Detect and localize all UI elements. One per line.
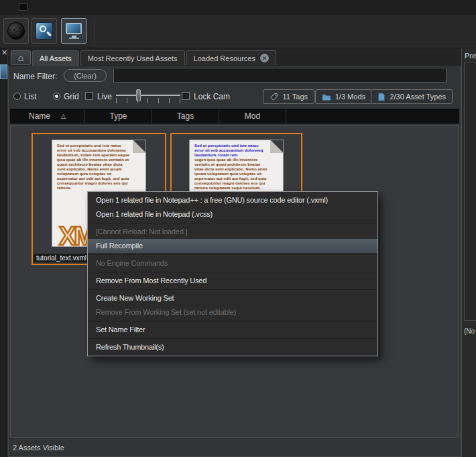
page-fold-icon bbox=[270, 140, 284, 153]
column-header-name[interactable]: Name △ bbox=[10, 109, 85, 123]
tab-bar: All Assets Most Recently Used Assets Loa… bbox=[32, 50, 276, 66]
lock-cam-checkbox[interactable] bbox=[182, 92, 190, 100]
column-header-type[interactable]: Type bbox=[85, 109, 152, 123]
status-bar: 2 Assets Visible bbox=[13, 444, 64, 452]
tag-icon bbox=[270, 93, 278, 101]
thumbnail-text: Sed et porspiciatis und iste natus error… bbox=[57, 144, 130, 191]
sort-ascending-icon: △ bbox=[61, 113, 66, 119]
toolbar-separator bbox=[94, 19, 95, 42]
menu-item-remove-from-mru[interactable]: Remove From Most Recently Used bbox=[88, 274, 377, 288]
thumbnail-body: sagen ipsa quae ab illo inventore verita… bbox=[194, 158, 267, 190]
live-checkbox[interactable] bbox=[85, 92, 93, 100]
menu-item-open-notepadpp[interactable]: Open 1 related file in Notepad++ : a fre… bbox=[88, 193, 377, 207]
close-tab-icon[interactable]: ✕ bbox=[260, 54, 269, 62]
column-header-tags[interactable]: Tags bbox=[152, 109, 219, 123]
context-menu: Open 1 related file in Notepad++ : a fre… bbox=[87, 191, 378, 356]
tab-label: Loaded Resources bbox=[194, 54, 255, 62]
asset-table-header: Name △ Type Tags Mod bbox=[10, 109, 459, 123]
slider-ticks bbox=[116, 98, 180, 103]
menu-separator bbox=[88, 223, 377, 223]
column-label: Tags bbox=[177, 111, 194, 121]
side-tab-icon[interactable] bbox=[0, 64, 7, 79]
preview-panel-title: Prev bbox=[465, 52, 476, 60]
tags-filter-button[interactable]: 11 Tags bbox=[263, 89, 314, 104]
preview-panel: Prev (No bbox=[461, 48, 476, 457]
asset-ball-button[interactable] bbox=[3, 18, 29, 44]
menu-separator bbox=[88, 254, 377, 255]
ball-icon bbox=[7, 22, 25, 40]
page-fold-icon bbox=[133, 140, 146, 153]
menu-item-remove-from-working-set: Remove From Working Set (set not editabl… bbox=[88, 305, 377, 319]
folder-icon bbox=[322, 93, 331, 101]
clear-filter-button[interactable]: (Clear) bbox=[64, 69, 107, 82]
file-icon bbox=[377, 93, 385, 101]
column-label: Name bbox=[29, 111, 50, 121]
grid-radio[interactable] bbox=[53, 93, 60, 100]
lock-cam-checkbox-label: Lock Cam bbox=[194, 92, 230, 101]
menu-item-cannot-reload: [Cannot Reload: Not loaded.] bbox=[88, 225, 377, 239]
menu-separator bbox=[88, 338, 377, 339]
tab-label: Most Recently Used Assets bbox=[88, 54, 178, 62]
asset-types-button-label: 2/30 Asset Types bbox=[390, 93, 446, 101]
thumbnail-heading: Sed ut perspiciatis und iste natus error… bbox=[194, 144, 267, 158]
list-radio-label: List bbox=[24, 92, 37, 101]
name-filter-label: Name Filter: bbox=[13, 72, 57, 81]
column-label: Mod bbox=[245, 111, 260, 121]
tab-most-recently-used[interactable]: Most Recently Used Assets bbox=[80, 50, 185, 65]
live-checkbox-label: Live bbox=[97, 92, 112, 101]
asset-types-filter-button[interactable]: 2/30 Asset Types bbox=[371, 89, 453, 104]
slider-track bbox=[116, 95, 180, 96]
monitor-icon bbox=[66, 23, 82, 34]
monitor-base bbox=[69, 38, 79, 39]
menu-item-full-recompile[interactable]: Full Recompile bbox=[88, 239, 377, 253]
window-icon bbox=[19, 3, 27, 11]
home-icon: ⌂ bbox=[18, 52, 23, 63]
tools-button[interactable] bbox=[32, 18, 57, 44]
titlebar bbox=[0, 0, 476, 15]
name-filter-input[interactable] bbox=[113, 68, 447, 83]
menu-item-create-working-set[interactable]: Create New Working Set bbox=[88, 291, 377, 305]
console-button[interactable] bbox=[61, 18, 86, 44]
menu-item-no-engine-commands: No Engine Commands bbox=[88, 256, 377, 270]
menu-separator bbox=[88, 289, 377, 290]
magnifier-icon bbox=[36, 22, 53, 40]
preview-empty-label: (No bbox=[464, 327, 475, 335]
list-radio[interactable] bbox=[13, 93, 21, 100]
column-header-filler bbox=[286, 109, 459, 123]
main-toolbar bbox=[0, 15, 476, 48]
thumbnail-size-slider[interactable] bbox=[116, 87, 180, 105]
menu-item-open-notepad[interactable]: Open 1 related file in Notepad (.vcss) bbox=[88, 207, 377, 221]
mods-filter-button[interactable]: 1/3 Mods bbox=[315, 89, 372, 104]
menu-item-refresh-thumbnails[interactable]: Refresh Thumbnail(s) bbox=[88, 340, 377, 354]
mods-button-label: 1/3 Mods bbox=[335, 93, 365, 101]
column-label: Type bbox=[109, 111, 127, 121]
home-tab-button[interactable]: ⌂ bbox=[11, 50, 31, 65]
menu-separator bbox=[88, 321, 377, 321]
preview-viewport bbox=[464, 62, 476, 321]
tags-button-label: 11 Tags bbox=[282, 93, 308, 101]
asset-name-label: tutorial_text.vxml bbox=[34, 254, 89, 262]
menu-separator bbox=[88, 272, 377, 272]
left-rail: ✕ bbox=[0, 48, 8, 457]
close-icon[interactable]: ✕ bbox=[1, 48, 7, 57]
menu-item-set-name-filter[interactable]: Set Name Filter bbox=[88, 323, 377, 337]
tab-all-assets[interactable]: All Assets bbox=[32, 50, 79, 66]
tab-loaded-resources[interactable]: Loaded Resources ✕ bbox=[186, 50, 276, 65]
tab-label: All Assets bbox=[40, 54, 72, 62]
asset-browser-window: ✕ ⌂ All Assets Most Recently Used Assets… bbox=[0, 0, 476, 457]
grid-radio-label: Grid bbox=[64, 92, 79, 101]
thumbnail-text: Sed ut perspiciatis und iste natus error… bbox=[194, 144, 267, 191]
column-header-mod[interactable]: Mod bbox=[219, 109, 286, 123]
